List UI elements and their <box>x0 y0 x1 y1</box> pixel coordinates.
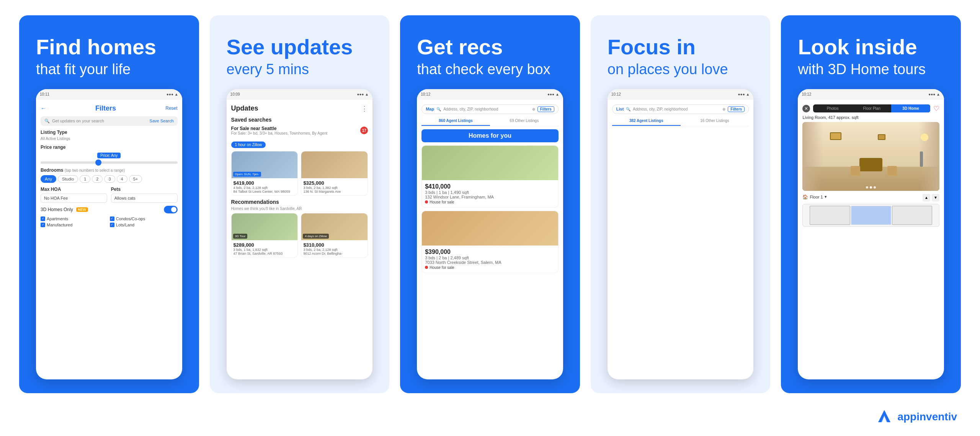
rec-listing-info-1: $410,000 3 bds | 1 ba | 1,490 sqft 132 W… <box>422 180 558 207</box>
listing-type-value: All Active Listings <box>41 137 178 141</box>
filters-btn[interactable]: Filters <box>537 106 554 112</box>
map-search-bar-4[interactable]: List 🔍 Address, city, ZIP, neighborhood … <box>612 104 749 114</box>
hour-badge: 1 hour on Zillow <box>231 142 266 148</box>
phone2-content: Updates ⋮ Saved searches For Sale near S… <box>227 100 373 379</box>
new-badge: NEW <box>76 207 88 212</box>
checkbox-apartments[interactable]: ✓ Apartments <box>41 216 108 221</box>
filters-btn-4[interactable]: Filters <box>728 106 745 112</box>
saved-search-desc: For Sale: 3+ bd, 3/3+ ba, Houses, Townho… <box>231 131 328 135</box>
rec-listing-img-2 <box>422 211 558 246</box>
floor-up-btn[interactable]: ▲ <box>923 194 930 202</box>
phone1-content: ← Filters Reset 🔍 Get updates on your se… <box>36 100 182 379</box>
card3-title: Get recs <box>417 35 503 59</box>
listing2-details: 3 bds, 2 ba, 1,382 sqft <box>303 186 366 190</box>
listing-info-1: $419,000 4 bds, 2 ba, 2,128 sqft 84 Talb… <box>232 178 298 195</box>
tour-tabs: Photos Floor Plan 3D Home <box>813 104 930 112</box>
phone-see-updates: 10:09 ●●● ▲ Updates ⋮ Saved searches For… <box>227 89 373 379</box>
bed-tab-studio[interactable]: Studio <box>58 175 78 183</box>
appinventiv-logo-text: appinventiv <box>897 411 957 423</box>
nav-dots <box>866 186 876 189</box>
bed-tab-3[interactable]: 3 <box>104 175 115 183</box>
rec-listing1-price: $410,000 <box>425 183 555 190</box>
3d-homes-toggle[interactable] <box>164 206 178 213</box>
bed-tab-any[interactable]: Any <box>41 175 56 183</box>
hoa-pets-row: Max HOA No HOA Fee Pets Allows cats <box>41 187 178 203</box>
rec-listing2-details: 3 bds | 2 ba | 2,489 sqft <box>425 255 555 260</box>
agent-listings-tabs-4: 382 Agent Listings 16 Other Listings <box>612 116 749 126</box>
updates-menu-icon[interactable]: ⋮ <box>361 104 368 113</box>
tour-tab-photos[interactable]: Photos <box>813 104 852 112</box>
rec-listing-1[interactable]: $410,000 3 bds | 1 ba | 1,490 sqft 132 W… <box>421 145 559 208</box>
price-thumb[interactable] <box>95 159 101 166</box>
rec2-addr: 9012 Acorn Dr, Bellingha- <box>303 252 366 255</box>
checkbox-lots-box: ✓ <box>110 223 114 227</box>
hour-badge-row: 1 hour on Zillow <box>231 141 368 151</box>
3d-homes-label: 3D Homes Only <box>41 207 73 212</box>
tour-tab-3d[interactable]: 3D Home <box>891 104 930 112</box>
status-dot-2 <box>425 266 428 269</box>
saved-search-info: For Sale near Seattle For Sale: 3+ bd, 3… <box>231 126 328 135</box>
floor-plan-grid <box>810 206 932 225</box>
price-label: Price: Any <box>97 153 121 158</box>
floor-dropdown[interactable]: 🏠 Floor 1 ▾ <box>802 194 826 200</box>
updates-header: Updates ⋮ <box>231 104 368 113</box>
bed-tab-5plus[interactable]: 5+ <box>129 175 142 183</box>
map-tab-btn[interactable]: Map <box>426 107 434 111</box>
bed-tab-1[interactable]: 1 <box>80 175 90 183</box>
card-look-inside: Look inside with 3D Home tours 10:12 ●●●… <box>781 15 961 393</box>
rec-card-2[interactable]: 4 days on Zillow $310,000 3 bds, 2 ba, 2… <box>301 213 368 258</box>
rec-img-1: 3D Tour <box>232 213 298 240</box>
phone-focus-in: 10:12 ●●● ▲ List 🔍 Address, city, ZIP, n… <box>608 89 754 379</box>
rec1-details: 3 bds, 1 ba, 1,832 sqft <box>234 248 296 252</box>
listing-card-2[interactable]: $325,000 3 bds, 2 ba, 1,382 sqft 136 N. … <box>301 151 368 196</box>
price-bar[interactable] <box>41 161 178 164</box>
rec-listing-2[interactable]: $390,000 3 bds | 2 ba | 2,489 sqft 7033 … <box>421 211 559 273</box>
tour-tab-floorplan[interactable]: Floor Plan <box>852 104 891 112</box>
price-range-section: Price range Price: Any <box>41 145 178 164</box>
tab-other-listings-4[interactable]: 16 Other Listings <box>681 116 749 126</box>
listing-grid: Open: SUN, 7pm- $419,000 4 bds, 2 ba, 2,… <box>231 151 368 196</box>
checkbox-manufactured[interactable]: ✓ Manufactured <box>41 223 108 227</box>
price-range-label: Price range <box>41 145 178 150</box>
listing1-price: $419,000 <box>234 180 296 186</box>
rec-listing2-addr: 7033 North Creekside Street, Salem, MA <box>425 260 555 265</box>
list-tab-btn[interactable]: List <box>616 107 624 111</box>
search-icon: 🔍 <box>44 119 50 124</box>
rec-listing2-status: House for sale <box>425 265 555 270</box>
card4-title: Focus in <box>608 35 696 59</box>
bedrooms-label: Bedrooms (tap two numbers to select a ra… <box>41 168 178 173</box>
checkbox-condos[interactable]: ✓ Condos/Co-ops <box>110 216 178 221</box>
filters-header: ← Filters Reset <box>41 104 178 112</box>
saved-searches-heading: Saved searches <box>231 117 368 123</box>
card2-subtitle: every 5 mins <box>227 61 309 78</box>
search-bar[interactable]: 🔍 Get updates on your search Save Search <box>41 116 178 126</box>
listing-card-1[interactable]: Open: SUN, 7pm- $419,000 4 bds, 2 ba, 2,… <box>231 151 298 196</box>
saved-search-item[interactable]: For Sale near Seattle For Sale: 3+ bd, 3… <box>231 124 368 137</box>
rec-info-2: $310,000 3 bds, 2 ba, 2,128 sqft 9012 Ac… <box>301 240 368 257</box>
card4-subtitle: on places you love <box>608 61 728 78</box>
phone5-topbar: 10:12 ●●● ▲ <box>798 89 944 100</box>
floor-down-btn[interactable]: ▼ <box>932 194 939 202</box>
tab-agent-listings-4[interactable]: 382 Agent Listings <box>612 116 681 126</box>
rec-listing1-addr: 132 Windsor Lane, Framingham, MA <box>425 195 555 199</box>
rec-img-2: 4 days on Zillow <box>301 213 368 240</box>
bed-tab-2[interactable]: 2 <box>92 175 103 183</box>
heart-btn[interactable]: ♡ <box>933 104 939 113</box>
map-search-bar[interactable]: Map 🔍 Address, city, ZIP, neighborhood ⊕… <box>421 104 559 114</box>
checkbox-lots[interactable]: ✓ Lots/Land <box>110 223 178 227</box>
tab-other-listings[interactable]: 69 Other Listings <box>490 116 559 126</box>
filters-reset[interactable]: Reset <box>165 106 177 111</box>
bed-tab-4[interactable]: 4 <box>117 175 127 183</box>
main-container: Find homes that fit your life 10:11 ●●● … <box>0 0 980 408</box>
rec-info-1: $289,000 3 bds, 1 ba, 1,832 sqft 47 Bria… <box>232 240 298 257</box>
map-search-icon-4: 🔍 <box>626 107 630 111</box>
close-tour-btn[interactable]: ✕ <box>802 105 810 112</box>
rec2-details: 3 bds, 2 ba, 2,128 sqft <box>303 248 366 252</box>
save-search-btn[interactable]: Save Search <box>150 119 174 123</box>
tab-agent-listings[interactable]: 860 Agent Listings <box>421 116 490 126</box>
bottom-logo: appinventiv <box>0 408 980 436</box>
rec-card-1[interactable]: 3D Tour $289,000 3 bds, 1 ba, 1,832 sqft… <box>231 213 298 258</box>
pets-input[interactable]: Allows cats <box>111 194 178 203</box>
floor-plan-arrows: ▲ ▼ <box>923 194 939 202</box>
hoa-input[interactable]: No HOA Fee <box>41 194 107 203</box>
